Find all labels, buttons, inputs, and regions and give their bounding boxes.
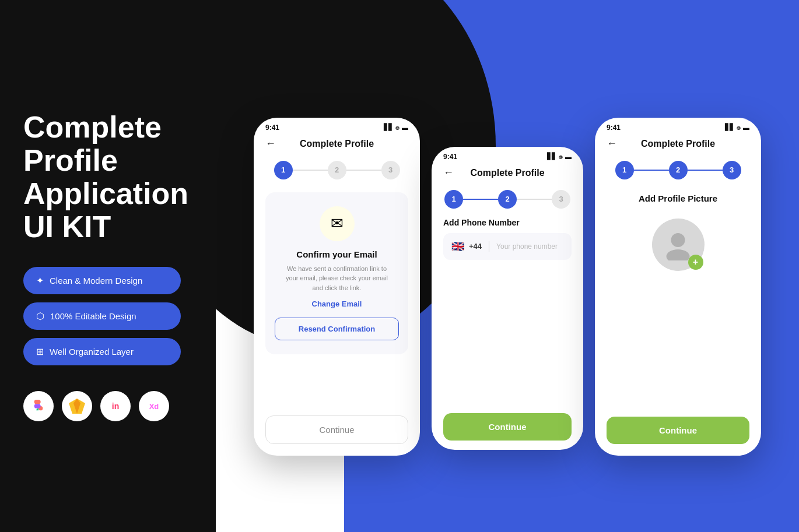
step-3-circle-p3: 3 [723, 161, 741, 179]
step-line-1-2-p2 [463, 199, 498, 200]
step-3-circle: 3 [381, 161, 400, 179]
invision-icon: in [100, 391, 131, 421]
step-line-2-3-p2 [517, 199, 552, 200]
nav-title-3: Complete Profile [641, 139, 715, 149]
step-3-circle-p2: 3 [552, 190, 570, 209]
status-icons-2: ▋▋ ⌾ ▬ [547, 153, 572, 160]
status-bar-1: 9:41 ▋▋ ⌾ ▬ [254, 118, 420, 134]
email-icon-bg: ✉ [320, 206, 355, 241]
step-indicator-3: 1 2 3 [607, 161, 749, 179]
back-button-3[interactable]: ← [607, 138, 617, 150]
resend-button[interactable]: Resend Confirmation [275, 318, 399, 340]
editable-icon: ⬡ [36, 311, 44, 322]
step-2-circle-p2: 2 [498, 190, 517, 209]
add-pic-button[interactable]: + [688, 255, 703, 270]
signal-icon-2: ▋▋ [547, 153, 556, 160]
time-1: 9:41 [265, 124, 279, 132]
time-3: 9:41 [607, 124, 621, 132]
wifi-icon-2: ⌾ [559, 153, 563, 160]
continue-button-2[interactable]: Continue [443, 413, 572, 441]
step-2-circle-p3: 2 [669, 161, 688, 179]
nav-title-2: Complete Profile [470, 168, 544, 178]
sketch-icon [62, 391, 92, 421]
phone-placeholder: Your phone number [496, 242, 558, 251]
back-button-2[interactable]: ← [443, 167, 454, 179]
step-line-1-2 [293, 170, 328, 171]
time-2: 9:41 [443, 153, 457, 161]
nav-title-1: Complete Profile [300, 139, 374, 149]
change-email-link[interactable]: Change Email [275, 300, 399, 308]
battery-icon-3: ▬ [743, 124, 749, 131]
confirm-desc: We have sent a confirmation link to your… [275, 264, 399, 293]
layer-icon: ⊞ [36, 346, 44, 357]
profile-pic-circle[interactable]: + [652, 219, 705, 271]
tool-icons: in Xd [23, 391, 192, 421]
app-title: Complete Profile Application UI KIT [23, 111, 192, 244]
feature-btn-design[interactable]: ✦ Clean & Modern Design [23, 267, 181, 294]
back-button-1[interactable]: ← [265, 138, 276, 150]
feature-label-2: 100% Editable Design [50, 311, 136, 321]
step-line-2-3-p3 [688, 170, 723, 171]
wifi-icon-3: ⌾ [737, 124, 741, 131]
svg-point-3 [667, 249, 690, 260]
step-line-2-3 [346, 170, 381, 171]
phones-container: 9:41 ▋▋ ⌾ ▬ ← Complete Profile [216, 0, 799, 532]
country-code: +44 [469, 242, 482, 251]
battery-icon-2: ▬ [565, 153, 572, 160]
input-divider [489, 241, 489, 252]
step-line-1-2-p3 [634, 170, 669, 171]
continue-button-1[interactable]: Continue [265, 415, 408, 444]
step-1-circle-p3: 1 [615, 161, 634, 179]
feature-label-3: Well Organized Layer [50, 347, 134, 357]
status-icons-3: ▋▋ ⌾ ▬ [725, 124, 749, 131]
phone-2: 9:41 ▋▋ ⌾ ▬ ← Complete Profile 1 [432, 147, 583, 450]
phone-3: 9:41 ▋▋ ⌾ ▬ ← Complete Profile 1 [595, 118, 761, 456]
email-card: ✉ Confirm your Email We have sent a conf… [265, 192, 408, 355]
design-icon: ✦ [36, 275, 44, 286]
step-1-circle: 1 [274, 161, 293, 179]
nav-bar-3: ← Complete Profile [607, 134, 749, 155]
step-indicator-2: 1 2 3 [443, 190, 572, 209]
battery-icon: ▬ [402, 124, 408, 131]
phone-1: 9:41 ▋▋ ⌾ ▬ ← Complete Profile [254, 118, 420, 456]
status-bar-3: 9:41 ▋▋ ⌾ ▬ [595, 118, 761, 134]
wifi-icon: ⌾ [395, 124, 400, 131]
nav-bar-1: ← Complete Profile [265, 134, 408, 155]
step-2-circle: 2 [328, 161, 346, 179]
left-panel: Complete Profile Application UI KIT ✦ Cl… [0, 0, 216, 532]
step-1-circle-p2: 1 [444, 190, 463, 209]
flag-icon: 🇬🇧 [451, 240, 464, 253]
continue-button-3[interactable]: Continue [607, 417, 749, 444]
feature-label-1: Clean & Modern Design [50, 276, 142, 286]
status-bar-2: 9:41 ▋▋ ⌾ ▬ [432, 147, 583, 163]
feature-btn-layer[interactable]: ⊞ Well Organized Layer [23, 338, 181, 365]
svg-point-2 [671, 233, 685, 247]
figma-icon [23, 391, 54, 421]
email-icon-wrap: ✉ [275, 206, 399, 241]
profile-pic-area: + [607, 219, 749, 271]
xd-icon: Xd [139, 391, 169, 421]
add-profile-title: Add Profile Picture [607, 193, 749, 203]
phone-input-row[interactable]: 🇬🇧 +44 Your phone number [443, 233, 572, 260]
person-icon [662, 228, 694, 260]
nav-bar-2: ← Complete Profile [443, 163, 572, 184]
feature-btn-editable[interactable]: ⬡ 100% Editable Design [23, 302, 181, 330]
right-area: 9:41 ▋▋ ⌾ ▬ ← Complete Profile [216, 0, 799, 532]
status-icons-1: ▋▋ ⌾ ▬ [384, 124, 408, 131]
signal-icon: ▋▋ [384, 124, 393, 131]
confirm-title: Confirm your Email [275, 249, 399, 259]
phone-section-label: Add Phone Number [443, 218, 572, 227]
signal-icon-3: ▋▋ [725, 124, 734, 131]
feature-buttons: ✦ Clean & Modern Design ⬡ 100% Editable … [23, 267, 192, 374]
step-indicator-1: 1 2 3 [265, 161, 408, 179]
email-icon: ✉ [331, 214, 344, 232]
